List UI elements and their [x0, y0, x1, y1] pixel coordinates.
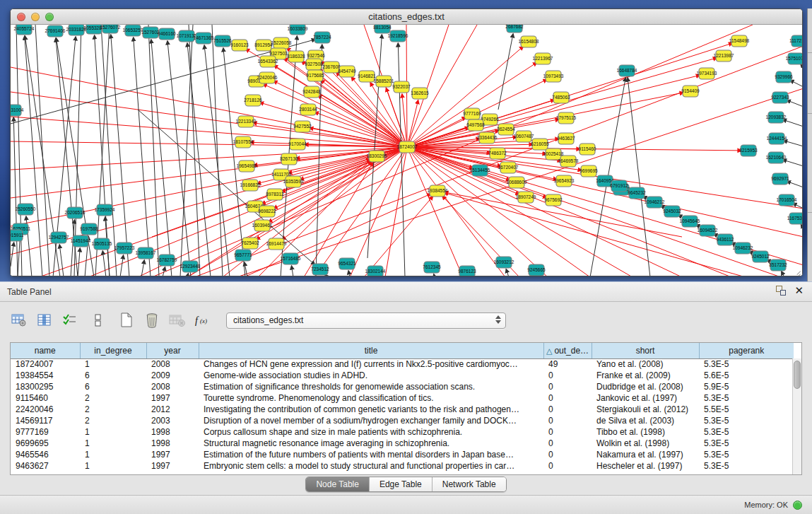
- graph-node[interactable]: 6216055: [531, 139, 549, 150]
- close-panel-icon[interactable]: ✕: [794, 286, 804, 296]
- graph-node[interactable]: 18724007: [397, 141, 418, 153]
- graph-node[interactable]: 9329966: [775, 71, 793, 83]
- graph-node[interactable]: 9427552: [293, 121, 312, 132]
- graph-node[interactable]: 7234512: [311, 264, 329, 275]
- graph-node[interactable]: 16093212: [494, 257, 514, 268]
- table-row[interactable]: 1872400712008Changes of HCN gene express…: [11, 358, 794, 370]
- table-row[interactable]: 977716911998Corpus callosum shape and si…: [11, 426, 794, 438]
- graph-node[interactable]: 18302144: [365, 266, 386, 276]
- table-row[interactable]: 1830029562008Estimation of significance …: [11, 381, 794, 392]
- new-file-button[interactable]: [117, 312, 136, 329]
- column-header-year[interactable]: year: [146, 343, 199, 358]
- graph-node[interactable]: 8267130: [280, 153, 298, 165]
- graph-node[interactable]: 12213967: [533, 53, 553, 64]
- graph-node[interactable]: 1362615: [411, 88, 429, 99]
- rows-button[interactable]: [89, 312, 107, 329]
- graph-node[interactable]: 16094522: [698, 225, 718, 236]
- graph-node[interactable]: 8215953: [739, 145, 758, 156]
- graph-node[interactable]: 9645232: [628, 187, 646, 199]
- graph-node[interactable]: 10607487: [514, 131, 534, 142]
- graph-node[interactable]: 9322037: [392, 81, 411, 93]
- graph-node[interactable]: 19218596: [388, 30, 408, 42]
- graph-node[interactable]: 8454749: [338, 66, 356, 77]
- graph-node[interactable]: 18107554: [233, 136, 254, 148]
- table-row[interactable]: 2242004622012Investigating the contribut…: [11, 404, 794, 415]
- graph-node[interactable]: 17975115: [556, 112, 577, 124]
- graph-node[interactable]: 17016504: [777, 194, 797, 206]
- graph-node[interactable]: 15885201: [374, 76, 394, 87]
- graph-node[interactable]: 9876123: [458, 266, 476, 276]
- graph-node[interactable]: 19384554: [428, 185, 448, 197]
- graph-node[interactable]: 23364436: [477, 132, 498, 144]
- table-select-dropdown[interactable]: citations_edges.txt: [226, 313, 506, 329]
- table-row[interactable]: 911546021997Tourette syndrome. Phenomeno…: [11, 392, 794, 404]
- table-scrollbar[interactable]: [792, 358, 801, 474]
- function-fx-button[interactable]: f(x): [194, 312, 212, 329]
- graph-node[interactable]: 9245032: [663, 206, 681, 217]
- graph-node[interactable]: 9777169: [463, 108, 481, 119]
- graph-node[interactable]: 10688609: [507, 177, 527, 188]
- graph-node[interactable]: 19654985: [237, 160, 257, 172]
- graph-node[interactable]: 16210643: [766, 152, 787, 163]
- graph-node[interactable]: 9692971: [771, 173, 789, 185]
- graph-node[interactable]: 9242848: [302, 86, 321, 98]
- graph-node[interactable]: 7486372: [488, 148, 507, 159]
- graph-node[interactable]: 8978312: [266, 189, 284, 200]
- graph-node[interactable]: 10945645: [680, 216, 700, 227]
- graph-node[interactable]: 9245012: [751, 251, 770, 262]
- graph-node[interactable]: 16154808: [519, 36, 539, 47]
- graph-node[interactable]: 6497568: [466, 119, 485, 131]
- graph-node[interactable]: 13958167: [136, 247, 156, 259]
- graph-node[interactable]: 12213987: [714, 50, 734, 62]
- graph-node[interactable]: 9160123: [230, 40, 249, 51]
- table-row[interactable]: 946362711997Embryonic stem cells: a mode…: [11, 460, 794, 472]
- table-scrollbar-thumb[interactable]: [794, 361, 801, 389]
- graph-node[interactable]: 9245665: [527, 264, 546, 276]
- graph-node[interactable]: 7485063: [552, 92, 570, 103]
- graph-node[interactable]: 9436112: [717, 234, 734, 245]
- graph-node[interactable]: 19166825: [240, 180, 261, 191]
- graph-node[interactable]: 18907249: [516, 192, 536, 203]
- graph-node[interactable]: 16469578: [558, 156, 579, 167]
- graph-node[interactable]: 9227343: [771, 92, 789, 103]
- graph-node[interactable]: 9463627: [557, 133, 575, 144]
- column-header-pagerank[interactable]: pagerank: [699, 343, 794, 358]
- graph-node[interactable]: 10653257: [123, 25, 143, 36]
- graph-node[interactable]: 14671365: [194, 33, 214, 44]
- graph-node[interactable]: 12444154: [767, 133, 787, 144]
- graph-node[interactable]: 10973493: [543, 71, 564, 82]
- graph-node[interactable]: 9699695: [579, 165, 598, 177]
- graph-node[interactable]: 8517232: [769, 259, 787, 271]
- tab-network-table[interactable]: Network Table: [433, 477, 506, 491]
- graph-node[interactable]: 19734193: [697, 68, 717, 79]
- zoom-window-icon[interactable]: [45, 13, 54, 21]
- graph-node[interactable]: 2718126: [244, 95, 262, 106]
- graph-node[interactable]: 1527602: [141, 27, 160, 38]
- table-columns-button[interactable]: [35, 312, 54, 329]
- graph-node[interactable]: 9175685: [306, 70, 324, 81]
- graph-node[interactable]: 12942757: [49, 232, 69, 243]
- graph-node[interactable]: 16353593: [283, 176, 304, 187]
- graph-node[interactable]: 9466160: [158, 28, 176, 40]
- column-header-name[interactable]: name: [11, 343, 80, 358]
- column-header-out_de[interactable]: △out_de…: [543, 343, 592, 358]
- float-panel-icon[interactable]: [776, 286, 786, 296]
- graph-node[interactable]: 9154409: [681, 86, 700, 97]
- graph-node[interactable]: 7857224: [313, 32, 331, 43]
- graph-node[interactable]: 11451944: [71, 235, 91, 247]
- graph-node[interactable]: 7612345: [423, 262, 441, 273]
- graph-node[interactable]: 22420046: [257, 72, 278, 83]
- graph-node[interactable]: 20131004: [11, 105, 24, 116]
- graph-node[interactable]: 9675692: [544, 194, 563, 206]
- close-window-icon[interactable]: [17, 13, 25, 21]
- graph-node[interactable]: 16782759: [157, 255, 177, 266]
- graph-node[interactable]: 12213343: [236, 116, 257, 127]
- select-columns-check-button[interactable]: [61, 312, 79, 329]
- graph-node[interactable]: 12923448: [180, 261, 201, 272]
- graph-node[interactable]: 16720407: [498, 162, 519, 173]
- graph-node[interactable]: 18300295: [367, 151, 387, 162]
- tab-edge-table[interactable]: Edge Table: [370, 477, 433, 491]
- graph-node[interactable]: 9170044: [288, 139, 307, 150]
- graph-node[interactable]: 12093832: [766, 112, 787, 123]
- graph-node[interactable]: 3624554: [497, 124, 515, 135]
